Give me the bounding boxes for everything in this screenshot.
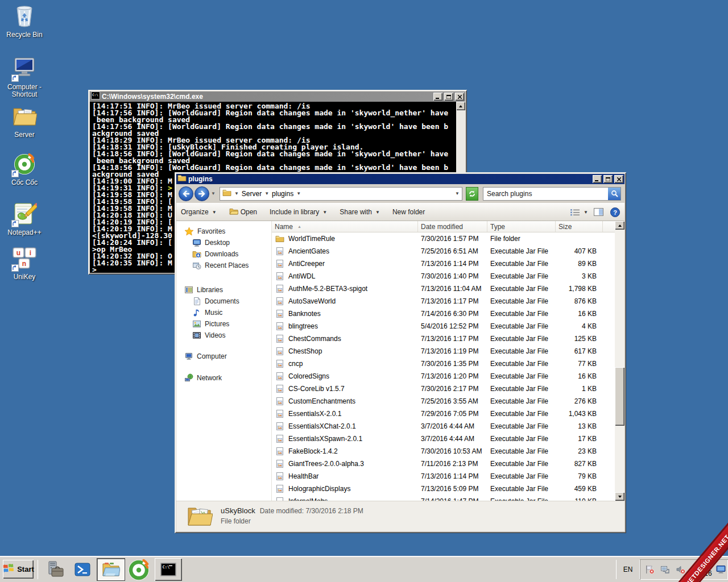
- file-row[interactable]: Banknotes7/14/2016 6:30 PMExecutable Jar…: [272, 307, 615, 320]
- sidebar-item-computer[interactable]: Computer: [176, 351, 271, 362]
- file-row[interactable]: AncientGates7/25/2016 6:51 AMExecutable …: [272, 245, 615, 257]
- language-indicator[interactable]: EN: [617, 566, 639, 573]
- sidebar-item-favorites[interactable]: Favorites: [176, 226, 271, 237]
- breadcrumb-item-plugins[interactable]: plugins: [272, 190, 293, 198]
- explorer-close-button[interactable]: [614, 175, 623, 183]
- start-button[interactable]: Start: [3, 560, 34, 579]
- taskbar-button-coccoc[interactable]: [130, 561, 148, 578]
- refresh-button[interactable]: [466, 187, 478, 201]
- cmd-close-button[interactable]: [455, 93, 464, 101]
- file-row[interactable]: AutoSaveWorld7/13/2016 1:17 PMExecutable…: [272, 295, 615, 307]
- forward-button[interactable]: [195, 186, 209, 201]
- sidebar-item-documents[interactable]: Documents: [176, 296, 271, 307]
- powershell-icon: [75, 562, 90, 577]
- include-in-library-button[interactable]: Include in library▼: [270, 208, 327, 216]
- desktop-icon-unikey[interactable]: uinUniKey: [0, 246, 49, 281]
- file-row[interactable]: blingtrees5/4/2016 12:52 PMExecutable Ja…: [272, 320, 615, 332]
- address-dropdown[interactable]: ▼: [455, 191, 460, 196]
- breadcrumb-item-server[interactable]: Server: [242, 190, 262, 198]
- file-row[interactable]: InfernalMobs7/14/2016 1:47 PMExecutable …: [272, 495, 615, 501]
- cmd-scroll-up[interactable]: [456, 102, 465, 110]
- share-with-button[interactable]: Share with▼: [340, 208, 380, 216]
- details-item-name: uSkyBlock: [221, 506, 255, 515]
- explorer-titlebar[interactable]: plugins: [176, 174, 624, 184]
- desktop-icon-coccoc[interactable]: Cốc Cốc: [0, 151, 49, 186]
- jar-file-icon: [275, 272, 284, 281]
- sidebar-item-music[interactable]: Music: [176, 307, 271, 318]
- help-button[interactable]: ?: [610, 207, 620, 217]
- list-scroll-thumb[interactable]: [615, 367, 624, 426]
- search-box[interactable]: Search plugins: [483, 187, 621, 201]
- taskbar-button-explorer-folder[interactable]: [97, 558, 125, 581]
- sidebar-item-network[interactable]: Network: [176, 372, 271, 384]
- cmd-titlebar[interactable]: C:\ C:\Windows\system32\cmd.exe: [90, 92, 465, 102]
- file-row[interactable]: FakeBlock-1.4.27/30/2016 10:53 AMExecuta…: [272, 445, 615, 458]
- file-row[interactable]: EssentialsX-2.0.17/29/2016 7:05 PMExecut…: [272, 408, 615, 420]
- column-header-date[interactable]: Date modified: [418, 221, 487, 232]
- desktop-icon-computer[interactable]: Computer -Shortcut: [0, 56, 49, 98]
- file-row[interactable]: ChestShop7/13/2016 1:19 PMExecutable Jar…: [272, 345, 615, 357]
- file-row[interactable]: ColoredSigns7/13/2016 1:20 PMExecutable …: [272, 370, 615, 383]
- search-icon[interactable]: [608, 188, 621, 200]
- search-input[interactable]: Search plugins: [483, 190, 608, 198]
- file-date-modified: 5/4/2016 12:52 PM: [418, 322, 487, 330]
- file-row[interactable]: AuthMe-5.2-BETA3-spigot7/13/2016 11:04 A…: [272, 282, 615, 295]
- column-header-size[interactable]: Size: [556, 221, 603, 232]
- sidebar-item-pictures[interactable]: Pictures: [176, 318, 271, 330]
- sidebar-item-libraries[interactable]: Libraries: [176, 284, 271, 296]
- file-size: 16 KB: [556, 310, 603, 318]
- taskbar-button-powershell[interactable]: [75, 561, 90, 578]
- file-row[interactable]: HolographicDisplays7/13/2016 5:09 PMExec…: [272, 483, 615, 495]
- column-header-name[interactable]: Name▲: [272, 221, 418, 232]
- sidebar-item-recent-places[interactable]: Recent Places: [176, 260, 271, 271]
- taskbar-button-server-manager[interactable]: [46, 561, 64, 578]
- desktop-icon-server-folder[interactable]: Server: [0, 103, 49, 139]
- breadcrumb[interactable]: ▼ Server ▼ plugins ▼ ▼: [220, 187, 462, 201]
- open-button[interactable]: Open: [229, 207, 257, 217]
- sidebar-item-downloads[interactable]: Downloads: [176, 248, 271, 260]
- file-row[interactable]: GiantTrees-2.0.0-alpha.37/11/2016 2:13 P…: [272, 458, 615, 470]
- display-tray-icon[interactable]: [716, 565, 726, 574]
- jar-file-icon: [275, 447, 284, 456]
- file-row[interactable]: EssentialsXSpawn-2.0.13/7/2016 4:44 AMEx…: [272, 433, 615, 445]
- file-type: Executable Jar File: [487, 347, 556, 355]
- file-size: 276 KB: [556, 397, 603, 405]
- speaker-mute-icon[interactable]: [676, 565, 685, 574]
- desktop-icon-notepadpp[interactable]: Notepad++: [0, 201, 49, 236]
- file-row[interactable]: HealthBar7/13/2016 1:14 PMExecutable Jar…: [272, 470, 615, 483]
- file-row[interactable]: EssentialsXChat-2.0.13/7/2016 4:44 AMExe…: [272, 420, 615, 433]
- new-folder-button[interactable]: New folder: [392, 208, 425, 216]
- file-row[interactable]: WorldTimeRule7/30/2016 1:57 PMFile folde…: [272, 232, 615, 245]
- file-row[interactable]: CS-CoreLib v1.5.77/30/2016 2:17 PMExecut…: [272, 383, 615, 395]
- organize-button[interactable]: Organize▼: [181, 208, 217, 216]
- desktop-icon-recycle-bin[interactable]: Recycle Bin: [0, 3, 49, 39]
- cmd-minimize-button[interactable]: [433, 93, 442, 101]
- cmd-maximize-button[interactable]: [444, 93, 453, 101]
- file-row[interactable]: ChestCommands7/13/2016 1:17 PMExecutable…: [272, 332, 615, 345]
- file-list-scrollbar[interactable]: [615, 221, 624, 501]
- file-row[interactable]: cncp7/30/2016 1:35 PMExecutable Jar File…: [272, 357, 615, 370]
- flag-alert-icon[interactable]: [645, 565, 655, 574]
- svg-text:u: u: [16, 249, 20, 257]
- list-scroll-down[interactable]: [615, 492, 624, 501]
- sidebar-item-label: Videos: [205, 331, 225, 339]
- preview-pane-button[interactable]: [594, 208, 603, 216]
- sidebar-item-label: Desktop: [205, 239, 230, 247]
- column-header-type[interactable]: Type: [487, 221, 556, 232]
- file-type: Executable Jar File: [487, 247, 556, 255]
- change-view-button[interactable]: ▼: [570, 208, 588, 217]
- back-button[interactable]: [179, 186, 193, 201]
- sidebar-item-videos[interactable]: Videos: [176, 330, 271, 341]
- recent-pages-dropdown[interactable]: ▼: [211, 191, 216, 196]
- jar-file-icon: [275, 359, 284, 368]
- network-tray-icon[interactable]: [660, 565, 670, 574]
- file-type: Executable Jar File: [487, 360, 556, 368]
- taskbar-button-cmd[interactable]: C:\: [155, 558, 182, 581]
- file-row[interactable]: AntiWDL7/30/2016 1:40 PMExecutable Jar F…: [272, 270, 615, 282]
- list-scroll-up[interactable]: [615, 221, 624, 230]
- explorer-maximize-button[interactable]: [603, 175, 613, 183]
- sidebar-item-desktop[interactable]: Desktop: [176, 237, 271, 248]
- file-row[interactable]: CustomEnchantments7/25/2016 3:55 AMExecu…: [272, 395, 615, 408]
- file-row[interactable]: AntiCreeper7/13/2016 1:14 PMExecutable J…: [272, 257, 615, 270]
- explorer-minimize-button[interactable]: [593, 175, 602, 183]
